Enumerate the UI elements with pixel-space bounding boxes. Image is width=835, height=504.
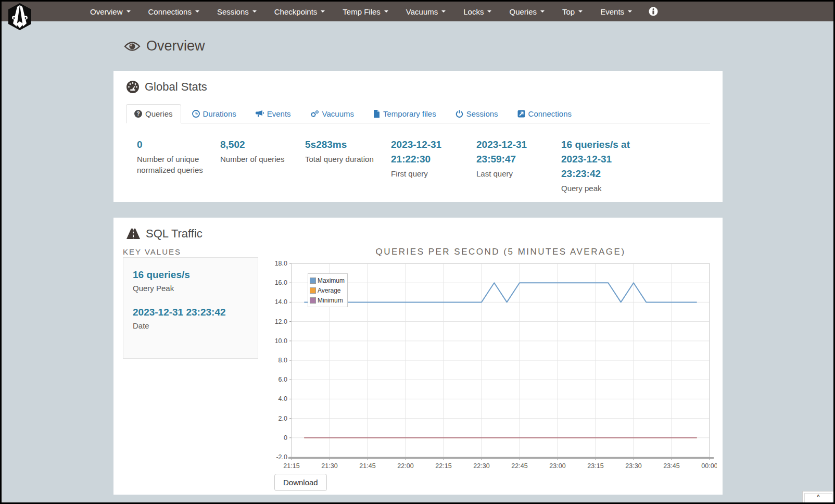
- nav-item-overview[interactable]: Overview: [83, 2, 138, 21]
- nav-item-top[interactable]: Top: [555, 2, 590, 21]
- svg-text:21:45: 21:45: [359, 462, 375, 470]
- nav-item-queries[interactable]: Queries: [502, 2, 552, 21]
- nav-item-temp-files[interactable]: Temp Files: [335, 2, 396, 21]
- stat-label: Number of queries: [220, 154, 301, 165]
- chart-legend: Maximum Average Minimum: [308, 273, 348, 307]
- tab-label: Vacuums: [322, 109, 354, 118]
- svg-text:2.0: 2.0: [279, 415, 287, 422]
- nav-label: Connections: [148, 7, 192, 16]
- stat-value: 2023-12-31 23:59:47: [476, 137, 539, 167]
- page-title-text: Overview: [146, 38, 205, 54]
- nav-item-checkpoints[interactable]: Checkpoints: [267, 2, 333, 21]
- svg-text:22:30: 22:30: [473, 462, 489, 470]
- global-stats-panel: Global Stats ? Queries Durations Events: [113, 71, 723, 202]
- tab-label: Queries: [145, 109, 173, 118]
- clock-icon: [192, 110, 200, 118]
- svg-text:23:45: 23:45: [663, 462, 679, 470]
- eye-icon: [124, 41, 141, 52]
- svg-text:18.0: 18.0: [275, 260, 287, 267]
- scroll-top-button[interactable]: ^: [802, 491, 834, 504]
- download-button[interactable]: Download: [274, 474, 327, 491]
- kv-value: 16 queries/s: [133, 269, 248, 281]
- legend-label: Maximum: [318, 277, 345, 284]
- nav-label: Overview: [90, 7, 123, 16]
- nav-item-vacuums[interactable]: Vacuums: [399, 2, 453, 21]
- svg-text:22:15: 22:15: [435, 462, 451, 470]
- stat-label: Query peak: [561, 183, 639, 194]
- tab-durations[interactable]: Durations: [184, 104, 245, 123]
- sql-traffic-panel: SQL Traffic KEY VALUES 16 queries/s Quer…: [113, 218, 723, 495]
- stat-value: 5s283ms: [305, 137, 383, 152]
- tab-vacuums[interactable]: Vacuums: [302, 104, 362, 123]
- nav-label: Queries: [509, 7, 537, 16]
- info-button[interactable]: [642, 2, 664, 21]
- svg-text:?: ?: [136, 111, 140, 117]
- svg-text:23:30: 23:30: [625, 462, 641, 470]
- svg-text:4.0: 4.0: [279, 395, 287, 402]
- svg-text:0: 0: [284, 434, 287, 442]
- legend-average: Average: [310, 285, 345, 295]
- kv-label: Date: [133, 321, 248, 330]
- svg-text:22:00: 22:00: [397, 462, 413, 470]
- nav-item-sessions[interactable]: Sessions: [210, 2, 264, 21]
- nav-label: Checkpoints: [274, 7, 318, 16]
- caret-down-icon: [195, 10, 199, 12]
- tab-temporary-files[interactable]: Temporary files: [365, 104, 445, 123]
- kv-label: Query Peak: [133, 284, 248, 293]
- series-line-maximum: [304, 283, 697, 302]
- average-swatch: [310, 287, 316, 294]
- legend-maximum: Maximum: [310, 275, 345, 285]
- stat-value: 16 queries/s at 2023-12-31 23:23:42: [561, 137, 639, 181]
- svg-text:23:00: 23:00: [549, 462, 565, 470]
- key-value-date: 2023-12-31 23:23:42 Date: [133, 307, 248, 330]
- nav-label: Events: [600, 7, 624, 16]
- svg-text:21:15: 21:15: [283, 462, 299, 470]
- stat-label: Total query duration: [305, 154, 383, 165]
- svg-text:12.0: 12.0: [275, 318, 287, 325]
- tab-connections[interactable]: Connections: [509, 104, 580, 123]
- stat-total-duration: 5s283ms Total query duration: [305, 137, 383, 165]
- svg-text:16.0: 16.0: [275, 279, 287, 286]
- svg-text:6.0: 6.0: [279, 376, 287, 383]
- nav-label: Top: [562, 7, 575, 16]
- key-values-heading: KEY VALUES: [123, 247, 181, 256]
- nav-item-connections[interactable]: Connections: [141, 2, 207, 21]
- nav-label: Locks: [463, 7, 484, 16]
- caret-down-icon: [540, 10, 545, 12]
- nav-label: Vacuums: [406, 7, 438, 16]
- sql-traffic-title-text: SQL Traffic: [146, 227, 203, 241]
- gears-icon: [310, 110, 319, 118]
- nav-label: Temp Files: [343, 7, 381, 16]
- kv-value: 2023-12-31 23:23:42: [133, 307, 248, 318]
- tab-label: Sessions: [466, 109, 498, 118]
- stat-unique-queries: 0 Number of unique normalized queries: [137, 137, 218, 175]
- chart-title: QUERIES PER SECOND (5 MINUTES AVERAGE): [375, 247, 625, 257]
- stat-query-peak: 16 queries/s at 2023-12-31 23:23:42 Quer…: [561, 137, 639, 194]
- svg-text:23:15: 23:15: [587, 462, 603, 470]
- tab-events[interactable]: Events: [247, 104, 299, 123]
- nav-item-locks[interactable]: Locks: [456, 2, 499, 21]
- svg-text:14.0: 14.0: [275, 298, 287, 306]
- legend-label: Average: [318, 287, 340, 294]
- chevron-up-icon: ^: [804, 493, 832, 504]
- svg-text:00:00: 00:00: [701, 462, 717, 470]
- navbar-menu: Overview Connections Sessions Checkpoint…: [83, 2, 664, 21]
- queries-per-second-chart[interactable]: 21:1521:3021:4522:0022:1522:3022:4523:00…: [267, 246, 717, 473]
- global-stats-title-text: Global Stats: [145, 80, 207, 94]
- tab-label: Connections: [528, 109, 572, 118]
- nav-item-events[interactable]: Events: [593, 2, 639, 21]
- tab-queries[interactable]: ? Queries: [126, 104, 181, 123]
- caret-down-icon: [578, 10, 583, 12]
- svg-text:8.0: 8.0: [279, 357, 287, 364]
- tab-sessions[interactable]: Sessions: [447, 104, 507, 123]
- bullhorn-icon: [256, 110, 264, 118]
- tab-label: Events: [267, 109, 291, 118]
- stat-label: Last query: [476, 168, 539, 179]
- stat-first-query: 2023-12-31 21:22:30 First query: [391, 137, 453, 179]
- caret-down-icon: [487, 10, 491, 12]
- svg-text:22:45: 22:45: [511, 462, 527, 470]
- caret-down-icon: [384, 10, 388, 12]
- global-stats-tabs: ? Queries Durations Events: [126, 103, 710, 123]
- svg-text:21:30: 21:30: [321, 462, 337, 470]
- stat-value: 8,502: [220, 137, 301, 152]
